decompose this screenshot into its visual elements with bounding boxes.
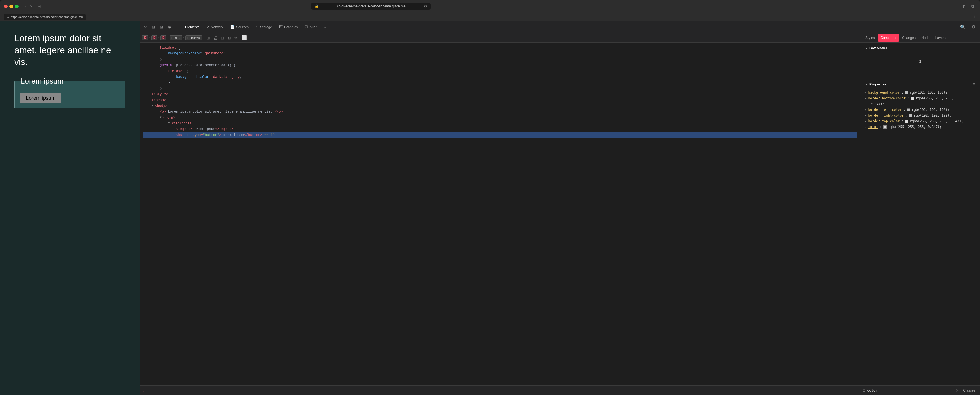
back-button[interactable]: ‹ — [23, 3, 28, 10]
prop-val-bl: rgb(192, 192, 192); — [912, 108, 950, 112]
box-model-header: ▼ Box Model — [865, 46, 975, 50]
filter-input[interactable] — [867, 389, 954, 392]
code-line: ▼ <form> — [143, 115, 857, 121]
devtools-search-button[interactable]: 🔍 — [958, 23, 968, 31]
console-bar: › — [140, 385, 860, 395]
page-content: Lorem ipsum dolor sit amet, legere ancil… — [0, 21, 140, 395]
filter-clear-button[interactable]: ✕ — [956, 388, 959, 393]
color-picker-btn[interactable]: ⬜ — [240, 35, 248, 41]
address-bar[interactable]: 🔒 color-scheme-prefers-color-scheme.glit… — [311, 3, 431, 10]
dock-side-button[interactable]: ⊡ — [158, 24, 165, 30]
prop-name-bl[interactable]: border-left-color — [868, 108, 902, 112]
classes-button[interactable]: Classes — [961, 388, 978, 393]
traffic-lights — [4, 5, 19, 8]
prop-swatch-color[interactable] — [883, 126, 886, 129]
demo-button[interactable]: Lorem ipsum — [20, 93, 61, 104]
properties-toggle[interactable]: ▼ — [865, 83, 868, 86]
prop-toggle-bt[interactable]: ▶ — [865, 119, 866, 123]
tab-styles[interactable]: Styles — [862, 34, 878, 41]
dom-code-view: fieldset { background-color : gainsboro … — [140, 43, 860, 385]
code-line: fieldset { — [143, 45, 857, 51]
properties-more-icon[interactable]: ≡ — [973, 82, 975, 87]
devtools-settings-button[interactable]: ⚙ — [969, 23, 978, 31]
tab-node[interactable]: Node — [918, 34, 932, 41]
pick-element-button[interactable]: ⊕ — [166, 24, 173, 30]
reload-button[interactable]: ↻ — [424, 4, 427, 8]
tab-graphics-label: Graphics — [284, 25, 298, 29]
storage-icon: ⊝ — [256, 25, 259, 29]
prop-toggle-br[interactable]: ▶ — [865, 113, 866, 117]
add-tab-button[interactable]: + — [974, 14, 976, 19]
selected-code-line[interactable]: <button type = "button" > Lorem ipsum </… — [143, 132, 857, 138]
code-line: } — [143, 57, 857, 62]
tab-graphics[interactable]: 🖼 Graphics — [276, 23, 301, 31]
print-btn[interactable]: 🖨 — [212, 35, 218, 41]
close-button[interactable] — [4, 5, 8, 8]
tab-computed[interactable]: Computed — [878, 34, 899, 41]
minimize-button[interactable] — [10, 5, 13, 8]
code-line: ▼ <fieldset> — [143, 121, 857, 126]
breadcrumb-item-2[interactable]: E — [151, 35, 157, 40]
breadcrumb-item-4[interactable]: E fil... — [170, 35, 182, 40]
prop-name-bg[interactable]: background-color — [868, 91, 900, 95]
tab-changes[interactable]: Changes — [899, 34, 918, 41]
tab-sources[interactable]: 📄 Sources — [228, 23, 251, 31]
prop-name-bt[interactable]: border-top-color — [868, 119, 900, 123]
prop-swatch-bg[interactable] — [905, 91, 908, 94]
network-icon: ↗ — [206, 25, 209, 29]
code-line: @media (prefers-color-scheme: dark) { — [143, 62, 857, 68]
prop-name-bb[interactable]: border-bottom-color — [868, 96, 906, 100]
box-model-section: ▼ Box Model 2 — — [860, 43, 980, 79]
browser-window: ‹ › ⊟ 🔒 color-scheme-prefers-color-schem… — [0, 0, 980, 21]
breadcrumb-item-1[interactable]: E — [142, 35, 148, 40]
code-line: <legend> Lorem ipsum </legend> — [143, 126, 857, 132]
graphics-icon: 🖼 — [279, 25, 283, 29]
pen-btn[interactable]: ✏ — [233, 35, 239, 41]
devtools-toolbar: ✕ ⊟ ⊡ ⊕ ⊞ Elements ↗ Network 📄 Sources ⊝… — [140, 21, 980, 33]
breadcrumb-item-3[interactable]: E — [161, 35, 166, 40]
elements-icon: ⊞ — [181, 25, 184, 29]
prop-swatch-bl[interactable] — [907, 108, 910, 111]
prop-swatch-bt[interactable] — [905, 120, 908, 123]
prop-toggle-bb[interactable]: ▶ — [865, 96, 866, 100]
bc-e-icon-3: E — [162, 36, 165, 39]
prop-toggle-bl[interactable]: ▶ — [865, 108, 866, 111]
tab-elements[interactable]: ⊞ Elements — [178, 23, 202, 31]
more-tabs-button[interactable]: » — [321, 24, 328, 30]
breadcrumb-item-5[interactable]: E button — [185, 35, 202, 40]
filter-bar: ⊙ ✕ Classes — [860, 385, 980, 395]
bc-arrow-3: › — [167, 36, 169, 39]
tab-network[interactable]: ↗ Network — [204, 23, 226, 31]
tab-layers[interactable]: Layers — [932, 34, 948, 41]
box-model-toggle[interactable]: ▼ — [865, 47, 868, 50]
prop-swatch-br[interactable] — [909, 114, 912, 117]
prop-row-bg-color: ▶ background-color : rgb(192, 192, 192); — [865, 90, 975, 96]
tab-sources-label: Sources — [236, 25, 249, 29]
forward-button[interactable]: › — [29, 3, 33, 10]
demo-fieldset: Lorem ipsum Lorem ipsum — [14, 76, 125, 108]
prop-toggle-color[interactable]: ▶ — [865, 125, 866, 128]
sidebar-toggle-button[interactable]: ⊟ — [36, 3, 43, 10]
tab-actions: ⬆ ⧉ — [960, 3, 976, 10]
console-input[interactable] — [147, 389, 857, 392]
grid-view-btn[interactable]: ⊞ — [205, 35, 211, 41]
quad-view-btn[interactable]: ⊠ — [226, 35, 232, 41]
prop-row-border-bottom: ▶ border-bottom-color : rgba(255, 255, 2… — [865, 96, 975, 101]
prop-name-color[interactable]: color — [868, 125, 878, 129]
share-button[interactable]: ⬆ — [960, 3, 967, 10]
fullscreen-button[interactable] — [15, 5, 19, 8]
tab-audit[interactable]: ☑ Audit — [302, 23, 320, 31]
devtools-close-button[interactable]: ✕ — [142, 24, 149, 30]
prop-swatch-bb[interactable] — [911, 97, 914, 100]
code-line: fieldset { — [143, 68, 857, 74]
new-tab-button[interactable]: ⧉ — [969, 3, 976, 10]
prop-name-br[interactable]: border-right-color — [868, 113, 904, 118]
prop-toggle-bg[interactable]: ▶ — [865, 91, 866, 94]
nav-buttons: ‹ › — [23, 3, 33, 10]
audit-icon: ☑ — [305, 25, 308, 29]
dock-bottom-button[interactable]: ⊟ — [150, 24, 157, 30]
code-line: background-color : darkslategray ; — [143, 74, 857, 80]
active-tab[interactable]: C https://color-scheme-prefers-color-sch… — [4, 14, 86, 20]
screenshot-btn[interactable]: ⊟ — [220, 35, 225, 41]
tab-storage[interactable]: ⊝ Storage — [253, 23, 275, 31]
